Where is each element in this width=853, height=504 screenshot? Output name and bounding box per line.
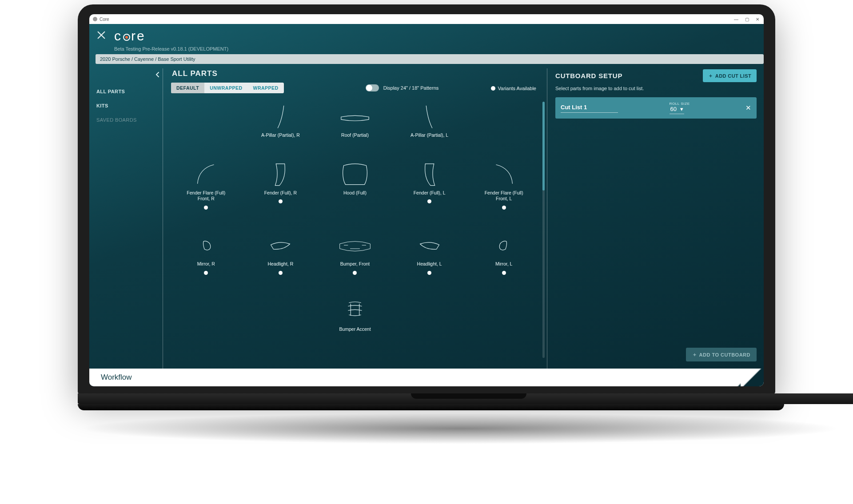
- sidebar-item-kits[interactable]: KITS: [89, 99, 163, 113]
- tab-unwrapped[interactable]: UNWRAPPED: [204, 83, 247, 93]
- scrollbar[interactable]: [542, 102, 545, 358]
- part-fender-flare-r[interactable]: Fender Flare (Full) Front, R: [179, 162, 233, 210]
- workflow-bar[interactable]: Workflow: [89, 369, 764, 386]
- part-fender-l[interactable]: Fender (Full), L: [403, 162, 456, 210]
- part-fender-flare-l[interactable]: Fender Flare (Full) Front, L: [477, 162, 530, 210]
- cutboard-title: CUTBOARD SETUP: [555, 72, 622, 79]
- chevron-down-icon: ▾: [680, 106, 683, 112]
- panel-title: ALL PARTS: [172, 69, 539, 78]
- cut-list-name[interactable]: Cut List 1: [561, 103, 618, 113]
- variant-indicator-icon: [502, 271, 506, 275]
- cut-list-row: Cut List 1 ROLL SIZE 60 ▾ ✕: [555, 97, 757, 119]
- scrollbar-thumb[interactable]: [542, 102, 545, 190]
- part-shape-icon: [338, 104, 372, 130]
- part-bumper-accent[interactable]: Bumper Accent: [328, 298, 382, 333]
- variant-indicator-icon: [427, 199, 431, 203]
- variant-indicator-icon: [204, 206, 208, 210]
- part-shape-icon: [412, 104, 447, 130]
- part-shape-icon: [189, 162, 223, 187]
- part-a-pillar-l[interactable]: A-Pillar (Partial), L: [403, 104, 456, 139]
- window-minimize-icon[interactable]: —: [733, 16, 739, 22]
- window-close-icon[interactable]: ✕: [755, 16, 760, 22]
- part-shape-icon: [189, 233, 223, 258]
- part-shape-icon: [263, 104, 298, 130]
- part-roof-partial[interactable]: Roof (Partial): [328, 104, 382, 139]
- parts-grid: A-Pillar (Partial), R Roof (Partial) A-P…: [171, 104, 539, 332]
- os-title-bar: Core — ▢ ✕: [89, 14, 764, 24]
- add-to-cutboard-button[interactable]: ＋ ADD TO CUTBOARD: [686, 348, 757, 361]
- part-shape-icon: [338, 233, 372, 258]
- variant-indicator-icon: [279, 271, 283, 275]
- app-screen: Core — ▢ ✕: [89, 14, 764, 386]
- sidebar-item-all-parts[interactable]: ALL PARTS: [89, 84, 163, 99]
- add-cut-list-button[interactable]: ＋ ADD CUT LIST: [703, 69, 757, 82]
- variant-indicator-icon: [279, 199, 283, 203]
- pattern-size-toggle[interactable]: [366, 84, 379, 91]
- part-shape-icon: [263, 162, 298, 187]
- window-maximize-icon[interactable]: ▢: [744, 16, 749, 22]
- workflow-label: Workflow: [101, 373, 132, 382]
- sidebar-collapse-icon[interactable]: [155, 71, 160, 79]
- tab-wrapped[interactable]: WRAPPED: [247, 83, 283, 93]
- pattern-size-label: Display 24" / 18" Patterns: [383, 85, 439, 91]
- breadcrumb[interactable]: 2020 Porsche / Cayenne / Base Sport Util…: [96, 54, 764, 64]
- plus-icon: ＋: [692, 351, 698, 358]
- variant-dot-icon: [491, 86, 495, 91]
- part-bumper-front[interactable]: Bumper, Front: [328, 233, 382, 275]
- part-a-pillar-r[interactable]: A-Pillar (Partial), R: [254, 104, 307, 139]
- app-header: cre: [89, 24, 764, 45]
- sidebar-item-saved-boards[interactable]: SAVED BOARDS: [89, 113, 163, 127]
- part-shape-icon: [338, 298, 372, 324]
- app-subtitle: Beta Testing Pre-Release v0.18.1 (DEVELO…: [114, 46, 764, 52]
- wrap-mode-segmented: DEFAULT UNWRAPPED WRAPPED: [171, 83, 284, 93]
- main-panel: ALL PARTS DEFAULT UNWRAPPED WRAPPED Disp…: [163, 68, 547, 369]
- app-logo: cre: [114, 28, 146, 44]
- roll-size-select[interactable]: 60 ▾: [670, 106, 684, 114]
- variant-indicator-icon: [204, 271, 208, 275]
- plus-icon: ＋: [708, 72, 713, 79]
- sidebar: ALL PARTS KITS SAVED BOARDS: [89, 68, 163, 369]
- part-fender-r[interactable]: Fender (Full), R: [254, 162, 307, 210]
- part-headlight-l[interactable]: Headlight, L: [403, 233, 456, 275]
- part-mirror-r[interactable]: Mirror, R: [179, 233, 233, 275]
- part-shape-icon: [486, 233, 521, 258]
- cutboard-panel: CUTBOARD SETUP ＋ ADD CUT LIST Select par…: [547, 68, 764, 369]
- variant-indicator-icon: [427, 271, 431, 275]
- roll-size-label: ROLL SIZE: [670, 102, 690, 106]
- variant-indicator-icon: [353, 271, 357, 275]
- part-shape-icon: [412, 233, 447, 258]
- remove-cut-list-icon[interactable]: ✕: [745, 104, 751, 112]
- window-title: Core: [100, 17, 109, 22]
- part-hood-full[interactable]: Hood (Full): [328, 162, 382, 210]
- part-shape-icon: [338, 162, 372, 187]
- variant-indicator-icon: [502, 206, 506, 210]
- tab-default[interactable]: DEFAULT: [171, 83, 204, 93]
- close-icon[interactable]: [96, 30, 106, 42]
- part-shape-icon: [412, 162, 447, 187]
- variants-legend: Variants Available: [491, 86, 536, 91]
- part-headlight-r[interactable]: Headlight, R: [254, 233, 307, 275]
- app-icon: [93, 17, 97, 21]
- part-mirror-l[interactable]: Mirror, L: [477, 233, 530, 275]
- part-shape-icon: [263, 233, 298, 258]
- part-shape-icon: [486, 162, 521, 187]
- cutboard-hint: Select parts from image to add to cut li…: [555, 86, 757, 91]
